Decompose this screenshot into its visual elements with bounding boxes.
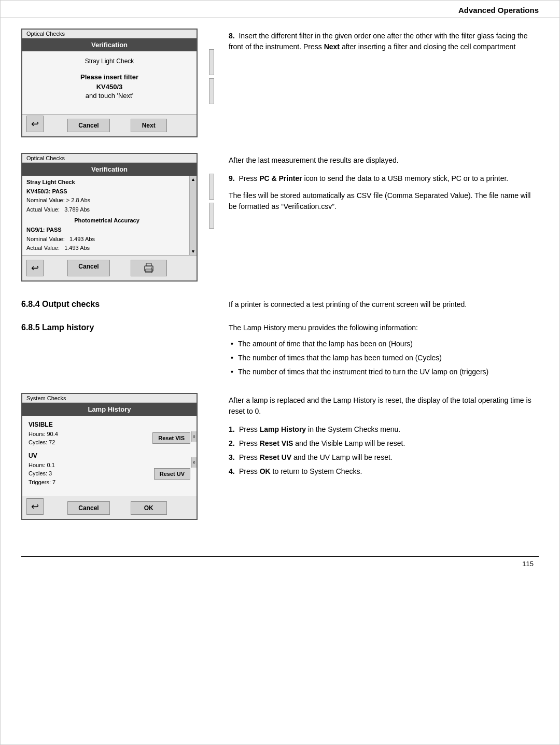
screen2-footer: ↩ Cancel [22, 255, 197, 280]
screen2-body: Stray Light Check KV450/3: PASS Nominal … [22, 176, 197, 255]
section4-left: 6.8.5 Lamp history [21, 320, 213, 338]
lamp-footer: ↩ Cancel OK [22, 497, 197, 519]
stray-light-label: Stray Light Check [30, 58, 189, 65]
screen1-wrapper: Optical Checks Verification Stray Light … [21, 29, 213, 137]
step8-body: Insert the different filter in the given… [229, 32, 527, 51]
lamp-outer-label: System Checks [26, 395, 66, 401]
bullet-2: The number of times that the lamp has be… [229, 353, 539, 363]
cancel-button-s2[interactable]: Cancel [67, 260, 109, 276]
scroll-up-arrow[interactable]: ▲ [191, 177, 195, 182]
lamp-step-3: 3. Press Reset UV and the UV Lamp will b… [229, 452, 539, 463]
lamp-bullet-list: The amount of time that the lamp has bee… [229, 339, 539, 377]
page-footer: 115 [21, 556, 539, 573]
print-button-s2[interactable] [131, 260, 167, 276]
lamp-step-4: 4. Press OK to return to System Checks. [229, 466, 539, 477]
section2-row: Optical Checks Verification Stray Light … [21, 153, 539, 287]
result-ng-nominal: Nominal Value: 1.493 Abs [26, 235, 187, 244]
scroll-down-arrow[interactable]: ▼ [191, 249, 195, 254]
screen1-title-bar: Verification [22, 38, 197, 51]
triggers-uv: Triggers: 7 [29, 478, 55, 487]
lamp-history-screen: System Checks Lamp History VISIBLE [21, 393, 198, 521]
step8-num: 8. [229, 32, 235, 40]
lamp-step-2: 2. Press Reset VIS and the Visible Lamp … [229, 438, 539, 449]
section4-right-bottom: After a lamp is replaced and the Lamp Hi… [229, 393, 539, 481]
lamp-screen-wrapper: System Checks Lamp History VISIBLE [21, 393, 213, 521]
section1-right: 8. Insert the different filter in the gi… [229, 29, 539, 58]
side-indicator: s [191, 431, 197, 442]
lamp-title-bar: Lamp History [22, 403, 197, 416]
hours-uv: Hours: 0.1 [29, 461, 55, 470]
ok-button-lamp[interactable]: OK [131, 501, 167, 515]
section2-right: After the last measurement the results a… [229, 153, 539, 217]
files-text: The files will be stored automatically a… [229, 190, 539, 212]
bullet-1: The amount of time that the lamp has bee… [229, 339, 539, 349]
visible-row: Hours: 90.4 Cycles: 72 Reset VIS [29, 430, 190, 447]
screen1-body: Stray Light Check Please insert filter K… [22, 51, 197, 114]
step9-text: 9. Press PC & Printer icon to send the d… [229, 173, 539, 184]
cycles-vis: Cycles: 72 [29, 438, 58, 447]
section4-right-top: The Lamp History menu provides the follo… [229, 320, 539, 383]
lamp-title: Lamp History [88, 405, 131, 413]
back-button-lamp[interactable]: ↩ [26, 498, 44, 515]
section1-left: Optical Checks Verification Stray Light … [21, 29, 213, 143]
result-stray: Stray Light Check [26, 178, 187, 187]
lamp-body: VISIBLE Hours: 90.4 Cycles: 72 Reset VIS [22, 416, 197, 497]
lamp-step-1: 1. Press Lamp History in the System Chec… [229, 424, 539, 435]
cancel-button-s1[interactable]: Cancel [67, 119, 109, 132]
touch-next-label: and touch 'Next' [30, 92, 189, 100]
section4-screen-row: System Checks Lamp History VISIBLE [21, 393, 539, 526]
next-button-s1[interactable]: Next [131, 119, 167, 132]
back-button-s2[interactable]: ↩ [26, 260, 44, 276]
insert-filter-label: Please insert filter [30, 73, 189, 81]
verification-screen1: Optical Checks Verification Stray Light … [21, 29, 198, 137]
visible-section: VISIBLE Hours: 90.4 Cycles: 72 Reset VIS [29, 421, 190, 447]
result-photo-header: Photometrical Accuracy [26, 216, 187, 226]
bullet-3: The number of times that the instrument … [229, 367, 539, 377]
cycles-uv: Cycles: 3 [29, 469, 55, 478]
section1-row: Optical Checks Verification Stray Light … [21, 29, 539, 143]
page-number: 115 [522, 560, 534, 568]
result-kv-pass: KV450/3: PASS [26, 187, 187, 196]
reset-vis-btn[interactable]: Reset VIS [152, 432, 190, 444]
section3-left: 6.8.4 Output checks [21, 297, 213, 314]
section4-row: 6.8.5 Lamp history The Lamp History menu… [21, 320, 539, 383]
screen1-title: Verification [91, 41, 128, 49]
screen1-outer-label: Optical Checks [26, 31, 65, 37]
step9-bold: PC & Printer [259, 174, 302, 182]
step2-bold: Reset VIS [260, 439, 293, 447]
svg-point-3 [151, 268, 152, 269]
result-kv-actual: Actual Value: 3.789 Abs [26, 205, 187, 215]
section3-row: 6.8.4 Output checks If a printer is conn… [21, 297, 539, 315]
filter-code: KV450/3 [30, 83, 189, 91]
side-tab [209, 203, 214, 229]
screen2-title: Verification [91, 165, 128, 173]
verification-screen2: Optical Checks Verification Stray Light … [21, 153, 198, 282]
result-ng-pass: NG9/1: PASS [26, 226, 187, 235]
uv-section: UV Hours: 0.1 Cycles: 3 Triggers: 7 Rese… [29, 452, 190, 487]
screen2-wrapper: Optical Checks Verification Stray Light … [21, 153, 213, 282]
step9-num: 9. [229, 174, 235, 182]
hours-vis: Hours: 90.4 [29, 430, 58, 439]
visible-label: VISIBLE [29, 421, 190, 428]
after-measurement-text: After the last measurement the results a… [229, 155, 539, 166]
output-checks-text: If a printer is connected a test printin… [229, 299, 539, 310]
screen2-title-bar: Verification [22, 163, 197, 176]
section3-right: If a printer is connected a test printin… [229, 297, 539, 315]
lamp-steps-list: 1. Press Lamp History in the System Chec… [229, 424, 539, 477]
cancel-button-lamp[interactable]: Cancel [67, 501, 109, 515]
reset-uv-btn[interactable]: Reset UV [154, 468, 190, 480]
header-title: Advanced Operations [458, 6, 539, 15]
content-area: Optical Checks Verification Stray Light … [1, 18, 559, 546]
side-indicator2: e [191, 457, 197, 468]
uv-info: Hours: 0.1 Cycles: 3 Triggers: 7 [29, 461, 55, 487]
section4-screen-left: System Checks Lamp History VISIBLE [21, 393, 213, 526]
uv-row: Hours: 0.1 Cycles: 3 Triggers: 7 Reset U… [29, 461, 190, 487]
back-button-s1[interactable]: ↩ [26, 116, 44, 132]
result-ng-actual: Actual Value: 1.493 Abs [26, 244, 187, 253]
side-tabs [209, 49, 214, 143]
screen2-outer-label: Optical Checks [26, 155, 65, 161]
side-tab [209, 78, 214, 104]
scrollbar[interactable]: ▲ ▼ [189, 176, 197, 255]
output-checks-heading: 6.8.4 Output checks [21, 300, 213, 309]
lamp-intro: The Lamp History menu provides the follo… [229, 322, 539, 333]
